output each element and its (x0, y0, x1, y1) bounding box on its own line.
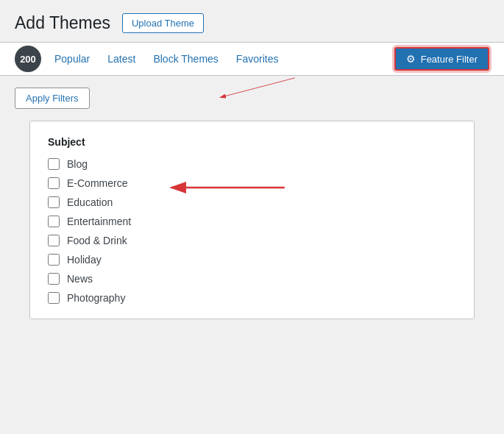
filter-area-wrapper: Subject BlogE-CommerceEducationEntertain… (15, 121, 489, 319)
filter-section-title: Subject (48, 136, 456, 148)
nav-tabs: Popular Latest Block Themes Favorites (47, 49, 394, 69)
checkbox-label[interactable]: News (67, 273, 93, 285)
checkbox-label[interactable]: Photography (67, 292, 125, 304)
checkbox-label[interactable]: Entertainment (67, 216, 131, 227)
checkbox-item: Entertainment (48, 216, 456, 227)
checkbox-item: Photography (48, 292, 456, 304)
page-title: Add Themes (15, 13, 110, 33)
checkbox-label[interactable]: Education (67, 196, 113, 208)
checkbox-photography[interactable] (48, 292, 60, 304)
tab-favorites[interactable]: Favorites (229, 49, 286, 69)
checkbox-blog[interactable] (48, 158, 60, 170)
checkbox-news[interactable] (48, 273, 60, 285)
checkbox-list: BlogE-CommerceEducationEntertainmentFood… (48, 158, 456, 304)
tab-popular[interactable]: Popular (47, 49, 97, 69)
checkbox-label[interactable]: Blog (67, 158, 88, 170)
checkbox-holiday[interactable] (48, 254, 60, 266)
page-header: Add Themes Upload Theme (0, 0, 504, 42)
checkbox-label[interactable]: Food & Drink (67, 235, 127, 246)
checkbox-label[interactable]: Holiday (67, 254, 102, 266)
tab-block-themes[interactable]: Block Themes (146, 49, 225, 69)
gear-icon: ⚙ (406, 53, 416, 65)
feature-filter-label: Feature Filter (421, 54, 478, 65)
svg-line-2 (220, 78, 295, 98)
checkbox-item: Holiday (48, 254, 456, 266)
checkbox-item: Food & Drink (48, 235, 456, 246)
theme-count-badge: 200 (15, 46, 41, 72)
checkbox-label[interactable]: E-Commerce (67, 177, 127, 189)
apply-filters-button[interactable]: Apply Filters (15, 88, 90, 109)
feature-filter-button[interactable]: ⚙ Feature Filter (394, 47, 489, 71)
page-wrapper: Add Themes Upload Theme 200 Popular Late… (0, 0, 504, 434)
checkbox-education[interactable] (48, 196, 60, 208)
checkbox-food-&-drink[interactable] (48, 235, 60, 246)
checkbox-item: Education (48, 196, 456, 208)
checkbox-item: Blog (48, 158, 456, 170)
checkbox-e-commerce[interactable] (48, 177, 60, 189)
annotation-area: Apply Filters (0, 76, 504, 115)
checkbox-entertainment[interactable] (48, 216, 60, 227)
checkbox-item: E-Commerce (48, 177, 456, 189)
nav-bar: 200 Popular Latest Block Themes Favorite… (0, 42, 504, 76)
tab-latest[interactable]: Latest (100, 49, 143, 69)
checkbox-item: News (48, 273, 456, 285)
filter-section: Subject BlogE-CommerceEducationEntertain… (29, 121, 475, 319)
upload-theme-button[interactable]: Upload Theme (122, 13, 204, 33)
